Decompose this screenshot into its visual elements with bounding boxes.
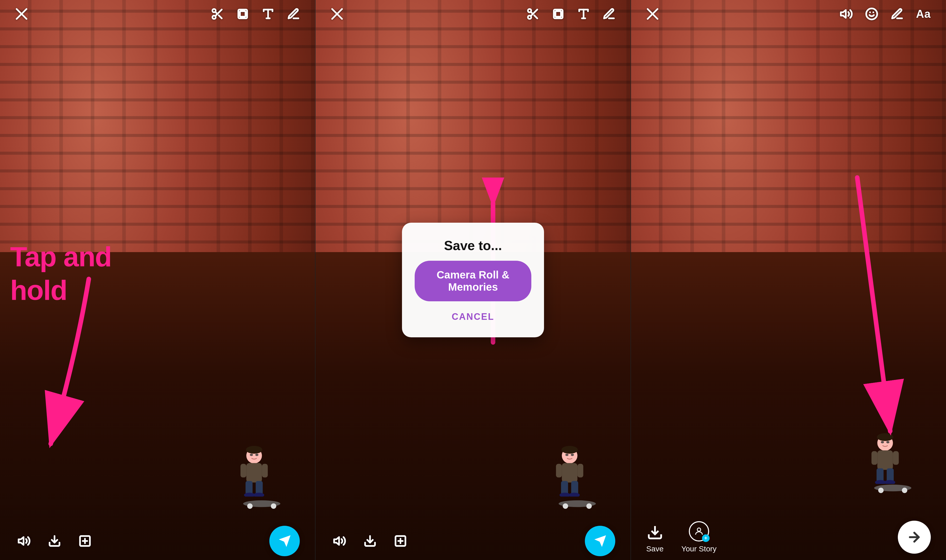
svg-point-78 [886, 441, 889, 443]
svg-rect-70 [877, 451, 893, 470]
add-story-plus: + [702, 534, 710, 542]
scissors-icon[interactable] [208, 5, 226, 23]
save-download-icon [647, 524, 663, 542]
svg-rect-13 [246, 463, 262, 483]
story-action-group: Save + Your Story [646, 521, 717, 553]
svg-point-18 [244, 493, 255, 497]
close-icon-3[interactable] [644, 5, 661, 23]
speaker-icon-3[interactable] [837, 5, 855, 23]
pencil-icon-3[interactable] [888, 5, 906, 23]
close-icon[interactable] [13, 5, 31, 23]
svg-point-22 [246, 446, 263, 454]
panel-3: Aa [631, 0, 946, 560]
svg-rect-73 [877, 468, 884, 482]
layers-icon[interactable] [234, 5, 252, 23]
svg-rect-17 [255, 481, 263, 495]
emoji-face-icon[interactable] [863, 5, 881, 23]
bitmoji-character-3 [865, 433, 905, 484]
svg-rect-15 [262, 464, 268, 478]
download-icon[interactable] [46, 532, 63, 550]
svg-point-65 [866, 8, 877, 19]
svg-marker-64 [841, 10, 846, 18]
svg-point-82 [902, 488, 907, 493]
svg-point-25 [271, 503, 276, 509]
text-icon[interactable] [259, 5, 277, 23]
bitmoji-character-1 [234, 446, 274, 497]
speaker-icon[interactable] [15, 532, 33, 550]
hoverboard-1 [241, 498, 282, 510]
svg-point-24 [247, 503, 252, 509]
panel-3-right-icons: Aa [837, 5, 933, 23]
panel-3-bottom-bar: Save + Your Story [631, 514, 946, 560]
panel-1-bottom-bar [0, 522, 315, 560]
panel-1: Tap andhold [0, 0, 315, 560]
your-story-label: Your Story [681, 545, 717, 553]
svg-point-84 [697, 528, 700, 531]
modal-overlay: Save to... Camera Roll & Memories CANCEL [315, 0, 631, 560]
text-style-button[interactable]: Aa [914, 5, 933, 23]
svg-point-21 [255, 454, 258, 456]
tap-and-hold-label: Tap andhold [10, 240, 112, 307]
save-to-modal: Save to... Camera Roll & Memories CANCEL [402, 223, 544, 337]
svg-point-81 [878, 488, 884, 493]
svg-point-77 [881, 441, 884, 443]
svg-line-5 [218, 15, 222, 18]
svg-point-19 [253, 493, 264, 497]
svg-rect-8 [240, 11, 246, 17]
panel-1-top-bar [0, 0, 315, 28]
svg-rect-72 [893, 451, 899, 465]
svg-rect-16 [246, 481, 252, 495]
cancel-button[interactable]: CANCEL [444, 309, 502, 325]
edit-toolbar [208, 5, 302, 23]
svg-rect-14 [240, 464, 246, 478]
bottom-left-icons [15, 532, 94, 550]
svg-marker-26 [18, 537, 24, 545]
save-action[interactable]: Save [646, 524, 663, 553]
svg-line-6 [215, 12, 217, 14]
svg-rect-71 [871, 451, 877, 465]
your-story-action[interactable]: + Your Story [681, 521, 717, 553]
svg-point-79 [877, 433, 894, 441]
add-frame-icon[interactable] [76, 532, 94, 550]
panel-2: Save to... Camera Roll & Memories CANCEL [315, 0, 631, 560]
svg-point-20 [250, 454, 253, 456]
pencil-icon[interactable] [285, 5, 302, 23]
next-button[interactable] [898, 521, 931, 554]
svg-rect-74 [887, 468, 894, 482]
save-label: Save [646, 545, 663, 553]
your-story-icon: + [689, 521, 709, 542]
modal-title: Save to... [444, 238, 502, 253]
send-button-1[interactable] [269, 526, 300, 556]
hoverboard-3 [872, 483, 913, 494]
panel-3-top-bar: Aa [631, 0, 946, 28]
camera-roll-button[interactable]: Camera Roll & Memories [415, 261, 531, 301]
